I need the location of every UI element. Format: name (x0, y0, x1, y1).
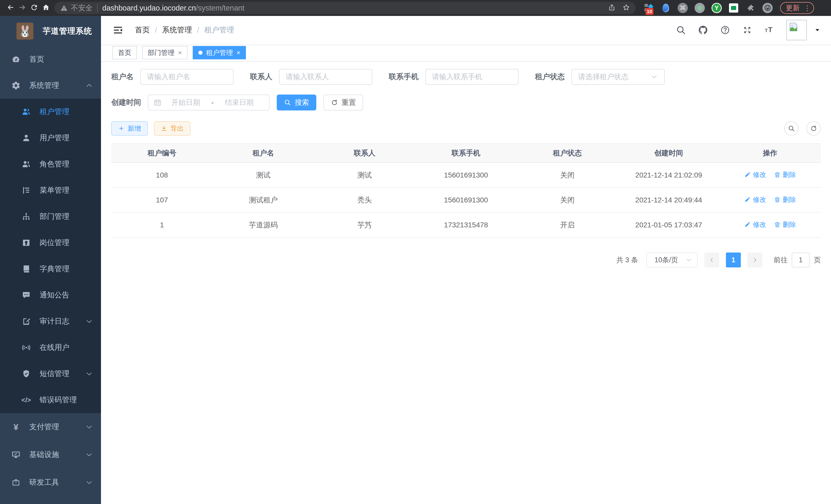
sidebar-item-post[interactable]: 岗位管理 (0, 230, 101, 256)
avatar[interactable] (786, 20, 807, 40)
edit-action-link[interactable]: 修改 (744, 170, 766, 179)
sidebar-item-label: 用户管理 (39, 133, 69, 143)
sidebar-item-home[interactable]: 首页 (0, 46, 101, 72)
date-start-placeholder[interactable]: 开始日期 (162, 98, 210, 108)
user-icon (22, 133, 31, 143)
tab-close-icon[interactable]: × (178, 49, 182, 56)
extension-grid-icon[interactable]: 10 (643, 2, 655, 14)
sidebar-item-infra[interactable]: 基础设施 (0, 441, 101, 469)
delete-action-link[interactable]: 删除 (774, 170, 796, 179)
sidebar-item-tenant[interactable]: 租户管理 (0, 99, 101, 125)
bookmark-star-icon[interactable] (622, 4, 630, 12)
breadcrumb-item[interactable]: 系统管理 (162, 25, 192, 35)
page-size-select[interactable]: 10条/页 (646, 253, 698, 267)
avatar-caret-down-icon[interactable] (814, 27, 821, 33)
edit-action-link[interactable]: 修改 (744, 220, 766, 229)
current-page-button[interactable]: 1 (726, 253, 741, 267)
cell-contact: 芋艿 (314, 212, 415, 237)
goto-page-input[interactable] (792, 253, 810, 267)
sidebar-item-dev-tool[interactable]: 研发工具 (0, 469, 101, 496)
security-label[interactable]: 不安全 (71, 3, 92, 13)
extension-emoji-icon[interactable]: 😛 (762, 2, 773, 14)
sidebar-item-user[interactable]: 用户管理 (0, 125, 101, 151)
browser-forward-icon[interactable] (17, 2, 28, 14)
tab-close-icon[interactable]: × (236, 49, 240, 56)
sidebar-item-notice[interactable]: 通知公告 (0, 282, 101, 308)
address-bar[interactable]: 不安全 dashboard.yudao.iocoder.cn/system/te… (55, 2, 636, 14)
github-icon[interactable] (698, 25, 708, 35)
cell-status: 关闭 (517, 162, 618, 187)
tool-icon (11, 478, 21, 487)
extension-record-icon[interactable] (694, 2, 706, 14)
sidebar-item-label: 租户管理 (39, 107, 69, 117)
chevron-down-icon (650, 73, 658, 81)
status-select[interactable] (571, 69, 665, 85)
date-end-placeholder[interactable]: 结束日期 (215, 98, 263, 108)
chevron-down-icon (85, 317, 93, 325)
add-button[interactable]: 新增 (111, 121, 148, 136)
table-column-header: 联系人 (314, 144, 415, 162)
users-icon (22, 107, 31, 116)
table-row: 107测试租户秃头15601691300关闭2021-12-14 20:49:4… (111, 187, 821, 212)
chevron-down-icon (85, 369, 93, 378)
extension-chat-icon[interactable] (728, 2, 740, 14)
cell-actions: 修改删除 (719, 212, 821, 237)
sidebar-item-sms[interactable]: 短信管理 (0, 361, 101, 387)
browser-home-icon[interactable] (40, 2, 52, 14)
extension-drop-icon[interactable] (660, 2, 672, 14)
contact-input[interactable] (286, 73, 366, 81)
tenant-name-input[interactable] (147, 73, 227, 81)
extensions-puzzle-icon[interactable] (745, 2, 756, 14)
sidebar-item-audit-log[interactable]: 审计日志 (0, 308, 101, 334)
tab-首页[interactable]: 首页 (112, 46, 137, 59)
sidebar-item-error-code[interactable]: </>错误码管理 (0, 387, 101, 413)
share-icon[interactable] (608, 4, 616, 12)
browser-menu-icon[interactable]: ⋮ (804, 4, 811, 12)
browser-reload-icon[interactable] (28, 2, 40, 14)
mobile-input[interactable] (432, 73, 512, 81)
sidebar-logo-row[interactable]: 🐰 芋道管理系统 (0, 16, 101, 46)
sidebar-item-dict[interactable]: 字典管理 (0, 256, 101, 282)
date-range-picker[interactable]: 开始日期 - 结束日期 (148, 94, 269, 111)
show-search-button[interactable] (784, 121, 799, 136)
cell-contact: 秃头 (314, 187, 415, 212)
refresh-button[interactable] (806, 121, 821, 136)
cell-created: 2021-01-05 17:03:47 (618, 212, 719, 237)
reset-button[interactable]: 重置 (323, 94, 363, 111)
sidebar-item-system[interactable]: 系统管理 (0, 72, 101, 99)
mobile-label: 联系手机 (389, 72, 419, 82)
extension-command-icon[interactable]: ⌘ (677, 2, 689, 14)
table-column-header: 租户状态 (517, 144, 618, 162)
sidebar-fold-icon[interactable] (112, 24, 123, 36)
url-text: dashboard.yudao.iocoder.cn/system/tenant (102, 4, 245, 12)
status-select-input[interactable] (578, 73, 650, 81)
cell-status: 关闭 (517, 187, 618, 212)
prev-page-button[interactable] (704, 253, 719, 267)
next-page-button[interactable] (747, 253, 763, 267)
browser-back-icon[interactable] (5, 2, 17, 14)
sidebar-item-dept[interactable]: 部门管理 (0, 203, 101, 230)
search-icon[interactable] (676, 25, 686, 35)
edit-action-link[interactable]: 修改 (744, 195, 766, 204)
extension-y-icon[interactable]: Y (711, 2, 722, 14)
fullscreen-icon[interactable] (742, 25, 752, 35)
sms-icon (22, 369, 31, 378)
sidebar-item-pay[interactable]: ¥支付管理 (0, 413, 101, 441)
breadcrumb-item[interactable]: 首页 (135, 25, 150, 35)
divider (97, 4, 98, 12)
sidebar-item-menu[interactable]: 菜单管理 (0, 177, 101, 203)
sidebar-item-online-user[interactable]: 在线用户 (0, 334, 101, 361)
sidebar-item-role[interactable]: 角色管理 (0, 151, 101, 177)
delete-action-link[interactable]: 删除 (774, 220, 796, 229)
export-button[interactable]: 导出 (154, 121, 191, 136)
sidebar-item-label: 岗位管理 (39, 238, 69, 248)
search-button[interactable]: 搜索 (277, 94, 316, 111)
delete-action-link[interactable]: 删除 (774, 195, 796, 204)
font-size-icon[interactable]: TT (764, 25, 774, 35)
tab-租户管理[interactable]: 租户管理× (193, 46, 246, 59)
tab-部门管理[interactable]: 部门管理× (142, 46, 188, 59)
dict-icon (22, 264, 31, 274)
post-icon (22, 238, 31, 247)
update-button[interactable]: 更新 ⋮ (780, 2, 814, 14)
help-icon[interactable] (720, 25, 730, 35)
